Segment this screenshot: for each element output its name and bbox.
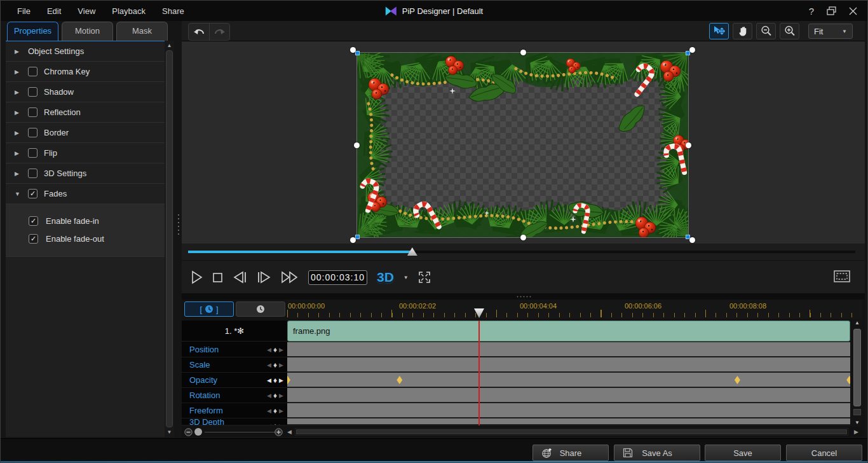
menu-playback[interactable]: Playback <box>112 6 146 16</box>
sidebar-section-flip[interactable]: ▶Flip <box>6 143 165 163</box>
zoom-in-timeline-button[interactable] <box>275 428 283 436</box>
previous-keyframe-icon[interactable]: ◀ <box>267 377 271 384</box>
expand-triangle-icon[interactable]: ▶ <box>15 109 22 116</box>
sidebar-section-fades[interactable]: ▼✓Fades <box>6 184 165 204</box>
add-keyframe-icon[interactable]: ♦ <box>273 406 277 415</box>
expand-triangle-icon[interactable]: ▶ <box>15 130 22 136</box>
fit-zoom-dropdown[interactable]: Fit ▼ <box>808 24 853 39</box>
share-button[interactable]: Share <box>532 445 609 461</box>
timeline-zoom-slider[interactable] <box>194 428 202 436</box>
next-keyframe-icon[interactable]: ▶ <box>279 347 283 353</box>
menu-view[interactable]: View <box>78 6 95 16</box>
hand-tool[interactable] <box>733 23 752 39</box>
clip-frame-png[interactable]: frame.png <box>287 321 850 342</box>
sidebar-scrollbar[interactable]: ▲ ▼ <box>165 41 174 437</box>
keyframe-diamond-icon[interactable] <box>735 376 740 384</box>
keyframe-range-mode-button[interactable]: [ ] <box>184 301 234 317</box>
next-keyframe-icon[interactable]: ▶ <box>279 392 283 399</box>
checkbox-chroma-key[interactable] <box>28 67 37 76</box>
keyframe-diamond-icon[interactable] <box>287 376 290 384</box>
menu-share[interactable]: Share <box>162 6 184 16</box>
select-move-tool[interactable] <box>709 23 729 39</box>
menu-edit[interactable]: Edit <box>47 6 61 16</box>
add-keyframe-icon[interactable]: ♦ <box>273 376 277 385</box>
add-keyframe-icon[interactable]: ♦ <box>273 422 277 425</box>
fast-forward-button[interactable] <box>281 271 299 284</box>
scroll-left-icon[interactable]: ◀ <box>287 429 292 435</box>
scrollbar-thumb[interactable] <box>166 50 173 427</box>
scroll-down-icon[interactable]: ▼ <box>165 429 174 435</box>
keyframe-lane-opacity[interactable] <box>287 373 850 388</box>
pip-object-stage[interactable] <box>357 53 688 237</box>
zoom-in-tool[interactable] <box>780 23 799 39</box>
save-as-button[interactable]: Save As <box>614 445 700 461</box>
sidebar-section-chroma-key[interactable]: ▶Chroma Key <box>6 62 165 82</box>
keyframe-lane-rotation[interactable] <box>287 388 850 403</box>
sidebar-section-3d-settings[interactable]: ▶3D Settings <box>6 163 165 184</box>
scroll-right-icon[interactable]: ▶ <box>854 429 858 435</box>
safe-zone-toggle[interactable] <box>834 270 850 285</box>
option-enable-fade-in[interactable]: ✓Enable fade-in <box>6 212 165 230</box>
previous-keyframe-icon[interactable]: ◀ <box>267 392 271 399</box>
checkbox-border[interactable] <box>28 128 37 137</box>
resize-handle-tl[interactable] <box>350 47 356 53</box>
3d-mode-chevron-icon[interactable]: ▼ <box>403 275 409 280</box>
resize-handle-right[interactable] <box>686 142 691 148</box>
next-keyframe-icon[interactable]: ▶ <box>279 362 283 368</box>
keyframe-lane-3d-depth[interactable] <box>287 418 850 425</box>
checkbox-flip[interactable] <box>28 148 37 158</box>
help-button[interactable]: ? <box>809 6 814 17</box>
scrubber-track[interactable] <box>188 251 855 253</box>
scrollbar-thumb[interactable] <box>296 429 847 434</box>
timeline-horizontal-scrollbar[interactable] <box>295 428 848 436</box>
sidebar-section-reflection[interactable]: ▶Reflection <box>6 102 165 123</box>
scroll-up-icon[interactable]: ▲ <box>165 43 174 48</box>
add-keyframe-icon[interactable]: ♦ <box>273 345 277 354</box>
keyframe-diamond-icon[interactable] <box>846 376 850 384</box>
checkbox-reflection[interactable] <box>28 107 37 117</box>
save-button[interactable]: Save <box>705 445 781 461</box>
resize-handle-tr[interactable] <box>689 47 695 53</box>
checkbox-shadow[interactable] <box>28 87 37 97</box>
tab-properties[interactable]: Properties <box>7 22 58 41</box>
scrollbar-thumb[interactable] <box>853 329 861 406</box>
corner-handle-tl[interactable] <box>355 51 360 55</box>
expand-triangle-icon[interactable]: ▶ <box>15 150 22 156</box>
keyframe-mode-button[interactable] <box>236 301 285 317</box>
previous-frame-button[interactable] <box>233 271 247 284</box>
play-button[interactable] <box>191 270 203 284</box>
timeline-vertical-scrollbar[interactable]: ▲ ▼ <box>852 319 862 427</box>
menu-file[interactable]: File <box>17 6 31 16</box>
preview-canvas[interactable] <box>182 41 865 244</box>
previous-keyframe-icon[interactable]: ◀ <box>267 347 271 353</box>
checkbox-3d-settings[interactable] <box>28 169 37 178</box>
tab-mask[interactable]: Mask <box>116 22 168 41</box>
option-enable-fade-out[interactable]: ✓Enable fade-out <box>6 230 165 247</box>
zoom-out-timeline-button[interactable] <box>184 428 193 436</box>
expand-triangle-icon[interactable]: ▶ <box>15 89 22 95</box>
timeline-ruler[interactable]: 00:00:00:0000:00:02:0200:00:04:0400:00:0… <box>287 300 862 319</box>
restore-window-button[interactable] <box>827 6 836 15</box>
scroll-up-icon[interactable]: ▲ <box>852 320 862 326</box>
keyframe-lane-position[interactable] <box>287 342 850 357</box>
corner-handle-bl[interactable] <box>355 235 360 239</box>
collapse-triangle-icon[interactable]: ▼ <box>15 191 22 197</box>
checkbox-fades[interactable]: ✓ <box>28 189 37 198</box>
undo-button[interactable] <box>189 24 209 40</box>
sidebar-section-border[interactable]: ▶Border <box>6 123 165 143</box>
cancel-button[interactable]: Cancel <box>786 445 862 461</box>
keyframe-lane-freeform[interactable] <box>287 403 850 418</box>
panel-resize-handle[interactable] <box>177 213 180 235</box>
previous-keyframe-icon[interactable]: ◀ <box>267 408 271 414</box>
tab-motion[interactable]: Motion <box>62 22 113 41</box>
checkbox-enable-fade-out[interactable]: ✓ <box>29 234 38 244</box>
zoom-slider-rail[interactable] <box>205 432 276 432</box>
zoom-out-tool[interactable] <box>756 23 776 39</box>
previous-keyframe-icon[interactable]: ◀ <box>267 423 271 425</box>
expand-fullscreen-button[interactable] <box>418 271 431 284</box>
resize-handle-bl[interactable] <box>350 237 356 243</box>
add-keyframe-icon[interactable]: ♦ <box>273 361 277 370</box>
expand-triangle-icon[interactable]: ▶ <box>15 170 22 177</box>
next-keyframe-icon[interactable]: ▶ <box>279 423 283 425</box>
stop-button[interactable] <box>212 272 223 283</box>
